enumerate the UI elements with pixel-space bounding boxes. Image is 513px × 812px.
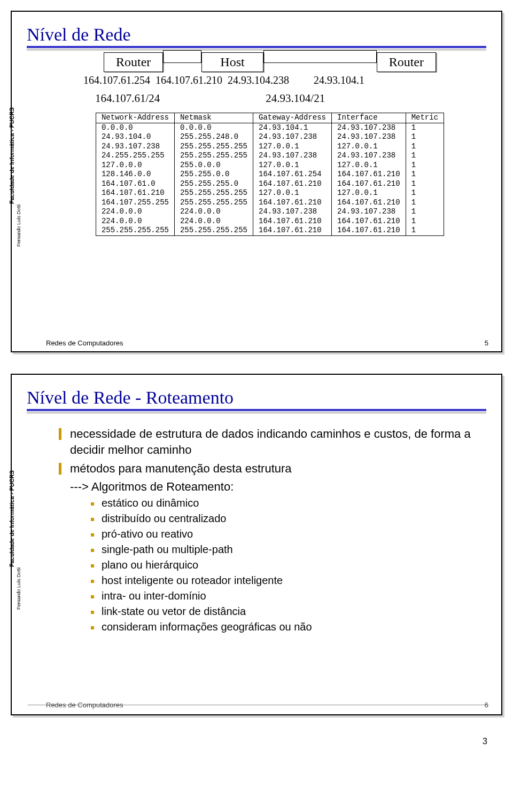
sub-bullet-text: distribuído ou centralizado [102, 513, 226, 525]
th-metric: Metric [406, 113, 444, 123]
sub-bullet-text: consideram informações geográficas ou nã… [102, 621, 312, 633]
table-cell: 164.107.61.210 [332, 226, 406, 235]
table-cell: 255.255.255.0 [174, 179, 253, 189]
table-cell: 24.93.104.0 [96, 132, 174, 142]
table-cell: 127.0.0.1 [253, 161, 331, 170]
table-cell: 1 [406, 142, 444, 152]
router-right-box: Router [377, 52, 436, 72]
table-cell: 224.0.0.0 [96, 217, 174, 226]
table-row: 224.0.0.0224.0.0.024.93.107.23824.93.107… [96, 207, 444, 217]
table-cell: 164.107.61.210 [253, 217, 331, 226]
ip-host-left: 164.107.61.210 [156, 74, 222, 86]
table-cell: 224.0.0.0 [174, 207, 253, 217]
table-cell: 164.107.61.210 [253, 198, 331, 208]
bullet-dot-icon [91, 626, 94, 629]
table-cell: 1 [406, 217, 444, 226]
sub-bullet-text: estático ou dinâmico [102, 497, 199, 509]
table-cell: 255.255.0.0 [174, 170, 253, 179]
table-cell: 255.255.255.255 [174, 226, 253, 235]
th-netmask: Netmask [174, 113, 253, 123]
sub-bullet: estático ou dinâmico [91, 497, 486, 509]
table-row: 224.0.0.0224.0.0.0164.107.61.210164.107.… [96, 217, 444, 226]
table-cell: 127.0.0.1 [332, 142, 406, 152]
sub-bullet-text: pró-ativo ou reativo [102, 528, 193, 540]
table-cell: 255.255.255.255 [96, 226, 174, 235]
subnet-right: 24.93.104/21 [266, 92, 325, 105]
sub-bullet-text: single-path ou multiple-path [102, 543, 233, 556]
bullet-list: necessidade de estrutura de dados indica… [59, 426, 486, 633]
table-cell: 164.107.61.210 [332, 217, 406, 226]
bullet-bar-icon [59, 463, 61, 475]
slide-footer: Redes de Computadores 5 [46, 339, 488, 347]
table-cell: 1 [406, 207, 444, 217]
table-cell: 1 [406, 179, 444, 189]
side-author: Fernando Luís Dotti [16, 204, 21, 247]
side-institution: Faculdade de Informática - PUCRS [9, 107, 15, 204]
table-row: 164.107.61.0255.255.255.0164.107.61.2101… [96, 179, 444, 189]
table-cell: 1 [406, 170, 444, 179]
table-cell: 1 [406, 123, 444, 132]
table-cell: 255.0.0.0 [174, 161, 253, 170]
sub-bullet: host inteligente ou roteador inteligente [91, 574, 486, 587]
bullet-2-sub: ---> Algoritmos de Roteamento: [70, 480, 486, 494]
bullet-dot-icon [91, 533, 94, 537]
footer-label-2: Redes de Computadores [46, 701, 123, 709]
table-cell: 164.107.255.255 [96, 198, 174, 208]
table-cell: 127.0.0.1 [332, 161, 406, 170]
bullet-2: métodos para manutenção desta estrutura [59, 461, 486, 477]
table-cell: 128.146.0.0 [96, 170, 174, 179]
bullet-dot-icon [91, 595, 94, 598]
table-cell: 1 [406, 198, 444, 208]
bullet-1: necessidade de estrutura de dados indica… [59, 426, 486, 458]
ip-host-right: 24.93.104.238 [228, 74, 289, 86]
table-cell: 255.255.255.255 [174, 151, 253, 161]
bullet-1-text: necessidade de estrutura de dados indica… [70, 426, 486, 458]
table-cell: 1 [406, 161, 444, 170]
table-cell: 24.93.107.238 [332, 132, 406, 142]
table-cell: 127.0.0.1 [253, 142, 331, 152]
sub-bullet: consideram informações geográficas ou nã… [91, 621, 486, 633]
table-cell: 164.107.61.210 [332, 179, 406, 189]
sub-bullet: distribuído ou centralizado [91, 513, 486, 525]
ip-r1-right: 164.107.61.254 [83, 74, 150, 86]
table-cell: 24.93.107.238 [253, 207, 331, 217]
bullet-dot-icon [91, 549, 94, 552]
bullet-dot-icon [91, 502, 94, 506]
bullet-bar-icon [59, 428, 61, 440]
table-cell: 255.255.255.255 [174, 188, 253, 198]
table-cell: 24.93.107.238 [96, 142, 174, 152]
table-cell: 24.93.107.238 [332, 207, 406, 217]
bullet-dot-icon [91, 518, 94, 521]
th-gateway: Gateway-Address [253, 113, 331, 123]
table-cell: 24.93.104.1 [253, 123, 331, 132]
table-cell: 164.107.61.0 [96, 179, 174, 189]
table-cell: 1 [406, 226, 444, 235]
network-diagram: Router Host Router 164.107.61.254 164.10… [53, 52, 486, 236]
table-row: 164.107.61.210255.255.255.255127.0.0.112… [96, 188, 444, 198]
table-cell: 24.93.107.238 [332, 123, 406, 132]
table-cell: 24.255.255.255 [96, 151, 174, 161]
slide-1: Faculdade de Informática - PUCRS Fernand… [11, 11, 502, 352]
table-row: 128.146.0.0255.255.0.0164.107.61.254164.… [96, 170, 444, 179]
bullet-dot-icon [91, 611, 94, 614]
table-cell: 164.107.61.210 [253, 179, 331, 189]
table-cell: 1 [406, 132, 444, 142]
sub-bullet: link-state ou vetor de distância [91, 605, 486, 618]
table-cell: 164.107.61.254 [253, 170, 331, 179]
footer-page-2: 6 [485, 701, 488, 709]
slide-footer-2: Redes de Computadores 6 [28, 700, 488, 709]
table-cell: 164.107.61.210 [332, 198, 406, 208]
table-cell: 24.93.107.238 [253, 151, 331, 161]
bullet-dot-icon [91, 564, 94, 567]
subnet-left: 164.107.61/24 [95, 92, 160, 105]
table-cell: 0.0.0.0 [174, 123, 253, 132]
table-cell: 1 [406, 151, 444, 161]
table-cell: 127.0.0.1 [253, 188, 331, 198]
sub-bullet-text: link-state ou vetor de distância [102, 605, 246, 618]
table-cell: 224.0.0.0 [96, 207, 174, 217]
sub-bullet: pró-ativo ou reativo [91, 528, 486, 540]
bullet-2-text: métodos para manutenção desta estrutura [70, 461, 292, 477]
table-cell: 127.0.0.0 [96, 161, 174, 170]
table-cell: 255.255.248.0 [174, 132, 253, 142]
router-left-box: Router [104, 52, 163, 72]
